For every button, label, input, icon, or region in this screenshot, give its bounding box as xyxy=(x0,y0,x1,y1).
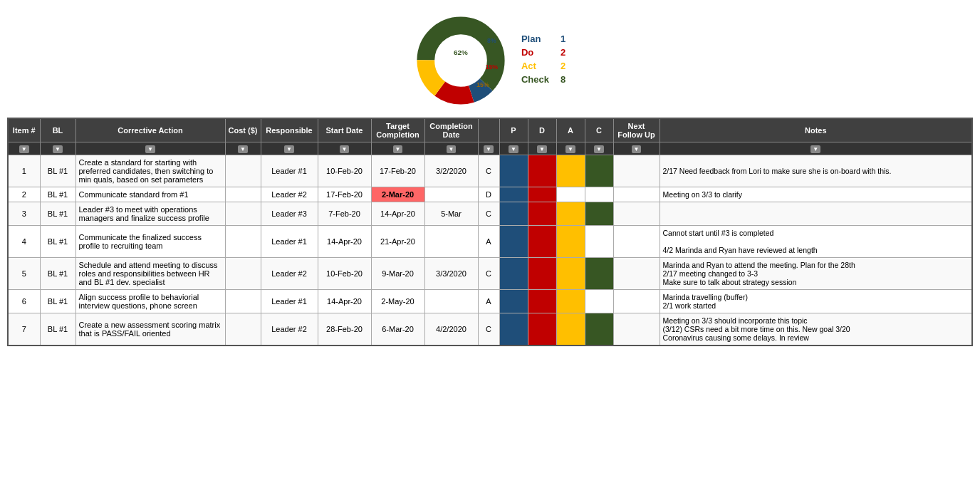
cell-followup xyxy=(613,313,660,346)
filter-start-icon[interactable]: ▼ xyxy=(340,145,350,153)
filter-notes[interactable]: ▼ xyxy=(660,142,972,155)
donut-chart: 62% 8% 15% 15% xyxy=(415,14,507,107)
filter-responsible[interactable]: ▼ xyxy=(261,142,318,155)
cell-target: 6-Mar-20 xyxy=(371,313,424,346)
cell-responsible: Leader #1 xyxy=(261,226,318,258)
filter-followup[interactable]: ▼ xyxy=(613,142,660,155)
filter-completion-icon[interactable]: ▼ xyxy=(447,145,457,153)
th-c: C xyxy=(585,118,613,142)
cell-d xyxy=(528,202,556,226)
cell-action: Schedule and attend meeting to discuss r… xyxy=(75,258,225,290)
cell-action: Communicate standard from #1 xyxy=(75,187,225,202)
filter-completion[interactable]: ▼ xyxy=(424,142,478,155)
cell-bl: BL #1 xyxy=(40,202,75,226)
filter-cost-icon[interactable]: ▼ xyxy=(238,145,248,153)
legend-do-value: 2 xyxy=(561,47,565,58)
cell-status: A xyxy=(478,290,499,313)
filter-responsible-icon[interactable]: ▼ xyxy=(284,145,294,153)
cell-c xyxy=(585,226,613,258)
th-notes: Notes xyxy=(660,118,972,142)
cell-action: Leader #3 to meet with operations manage… xyxy=(75,202,225,226)
table-row: 7 BL #1 Create a new assessment scoring … xyxy=(8,313,972,346)
filter-p-icon[interactable]: ▼ xyxy=(509,145,518,153)
legend-check-value: 8 xyxy=(561,74,565,85)
cell-p xyxy=(499,313,528,346)
svg-text:15%: 15% xyxy=(476,81,489,88)
cell-d xyxy=(528,187,556,202)
th-responsible: Responsible xyxy=(261,118,318,142)
page: 62% 8% 15% 15% Plan 1 Do 2 Act 2 Check 8 xyxy=(0,0,980,483)
filter-target[interactable]: ▼ xyxy=(371,142,424,155)
filter-item-icon[interactable]: ▼ xyxy=(19,145,29,153)
cell-d xyxy=(528,155,556,187)
cell-completion xyxy=(424,187,478,202)
cell-bl: BL #1 xyxy=(40,258,75,290)
filter-status-icon[interactable]: ▼ xyxy=(484,145,494,153)
filter-d[interactable]: ▼ xyxy=(528,142,556,155)
th-p: P xyxy=(499,118,528,142)
legend-plan-label: Plan xyxy=(521,33,561,44)
filter-c-icon[interactable]: ▼ xyxy=(594,145,604,153)
filter-status[interactable]: ▼ xyxy=(478,142,499,155)
cell-bl: BL #1 xyxy=(40,155,75,187)
cell-status: C xyxy=(478,313,499,346)
filter-cost[interactable]: ▼ xyxy=(225,142,261,155)
legend-act-value: 2 xyxy=(561,61,565,71)
legend-check-label: Check xyxy=(521,74,561,85)
cell-responsible: Leader #1 xyxy=(261,290,318,313)
header-row: Item # BL Corrective Action Cost ($) Res… xyxy=(8,118,972,142)
cell-responsible: Leader #3 xyxy=(261,202,318,226)
filter-followup-icon[interactable]: ▼ xyxy=(632,145,642,153)
cell-start: 14-Apr-20 xyxy=(318,290,371,313)
cell-completion: 4/2/2020 xyxy=(424,313,478,346)
legend-area: Plan 1 Do 2 Act 2 Check 8 xyxy=(521,33,565,88)
cell-status: C xyxy=(478,258,499,290)
filter-bl-icon[interactable]: ▼ xyxy=(53,145,63,153)
cell-followup xyxy=(613,202,660,226)
filter-c[interactable]: ▼ xyxy=(585,142,613,155)
cell-status: D xyxy=(478,187,499,202)
cell-target: 9-Mar-20 xyxy=(371,258,424,290)
cell-p xyxy=(499,290,528,313)
filter-notes-icon[interactable]: ▼ xyxy=(810,145,820,153)
filter-action[interactable]: ▼ xyxy=(75,142,225,155)
filter-d-icon[interactable]: ▼ xyxy=(537,145,547,153)
cell-bl: BL #1 xyxy=(40,290,75,313)
th-target: Target Completion xyxy=(371,118,424,142)
cell-a xyxy=(556,202,585,226)
cell-action: Create a new assessment scoring matrix t… xyxy=(75,313,225,346)
cell-item: 5 xyxy=(8,258,40,290)
filter-action-icon[interactable]: ▼ xyxy=(145,145,155,153)
cell-followup xyxy=(613,290,660,313)
filter-start[interactable]: ▼ xyxy=(318,142,371,155)
table-row: 3 BL #1 Leader #3 to meet with operation… xyxy=(8,202,972,226)
filter-p[interactable]: ▼ xyxy=(499,142,528,155)
filter-target-icon[interactable]: ▼ xyxy=(393,145,403,153)
cell-c xyxy=(585,290,613,313)
cell-d xyxy=(528,313,556,346)
cell-a xyxy=(556,313,585,346)
filter-a-icon[interactable]: ▼ xyxy=(565,145,575,153)
cell-status: C xyxy=(478,202,499,226)
cell-notes: Marinda travelling (buffer)2/1 work star… xyxy=(660,290,972,313)
cell-start: 7-Feb-20 xyxy=(318,202,371,226)
cell-cost xyxy=(225,313,261,346)
main-table: Item # BL Corrective Action Cost ($) Res… xyxy=(7,118,973,346)
cell-status: A xyxy=(478,226,499,258)
cell-item: 2 xyxy=(8,187,40,202)
table-row: 2 BL #1 Communicate standard from #1 Lea… xyxy=(8,187,972,202)
filter-a[interactable]: ▼ xyxy=(556,142,585,155)
cell-c xyxy=(585,155,613,187)
cell-status: C xyxy=(478,155,499,187)
filter-item[interactable]: ▼ xyxy=(8,142,40,155)
cell-target: 17-Feb-20 xyxy=(371,155,424,187)
cell-followup xyxy=(613,187,660,202)
cell-bl: BL #1 xyxy=(40,187,75,202)
legend-act-label: Act xyxy=(521,61,561,71)
cell-bl: BL #1 xyxy=(40,313,75,346)
svg-point-4 xyxy=(439,38,483,83)
cell-notes: 2/17 Need feedback from Lori to make sur… xyxy=(660,155,972,187)
filter-bl[interactable]: ▼ xyxy=(40,142,75,155)
cell-c xyxy=(585,258,613,290)
cell-action: Align success profile to behaviorial int… xyxy=(75,290,225,313)
